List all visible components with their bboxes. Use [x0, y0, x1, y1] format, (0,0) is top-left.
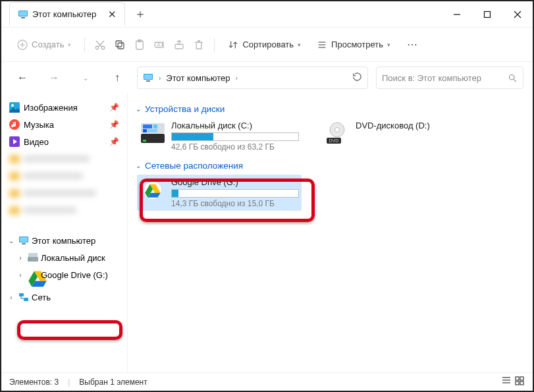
- content-area: ⌄ Устройства и диски Локальный диск (C:)…: [128, 94, 533, 372]
- chevron-right-icon[interactable]: ›: [16, 271, 25, 279]
- svg-rect-48: [153, 125, 157, 128]
- chevron-right-icon: ›: [236, 74, 238, 82]
- create-button[interactable]: Создать ▾: [11, 34, 78, 56]
- svg-rect-12: [118, 43, 124, 49]
- copy-button[interactable]: [111, 36, 128, 53]
- drive-name: Google Drive (G:): [171, 177, 299, 187]
- tree-label: Локальный диск: [41, 253, 105, 263]
- tab-close-button[interactable]: ✕: [108, 9, 117, 20]
- back-button[interactable]: ←: [11, 66, 34, 90]
- minimize-button[interactable]: [442, 2, 472, 27]
- drive-google-g[interactable]: Google Drive (G:) 14,3 ГБ свободно из 15…: [137, 175, 302, 211]
- search-icon: [508, 73, 518, 83]
- chevron-down-icon: ⌄: [136, 105, 141, 113]
- plus-circle-icon: [17, 40, 28, 50]
- forward-button[interactable]: →: [42, 66, 66, 90]
- svg-rect-13: [116, 41, 122, 47]
- capacity-bar: [171, 132, 299, 141]
- view-button[interactable]: Просмотреть ▾: [310, 34, 397, 56]
- chevron-right-icon[interactable]: ›: [7, 294, 16, 301]
- sidebar-item-blurred[interactable]: [4, 167, 124, 184]
- share-button[interactable]: [171, 36, 188, 53]
- svg-rect-38: [29, 259, 31, 260]
- svg-rect-1: [19, 11, 27, 16]
- search-placeholder: Поиск в: Этот компьютер: [382, 73, 508, 83]
- rename-button[interactable]: A: [151, 36, 168, 53]
- tree-network[interactable]: › Сеть: [4, 289, 124, 306]
- chevron-down-icon[interactable]: ⌄: [7, 237, 16, 244]
- drive-icon: [28, 253, 38, 262]
- group-devices[interactable]: ⌄ Устройства и диски: [136, 104, 523, 114]
- svg-rect-50: [147, 129, 157, 132]
- group-label: Сетевые расположения: [145, 161, 243, 171]
- paste-button[interactable]: [131, 36, 148, 53]
- svg-line-27: [514, 79, 516, 82]
- search-input[interactable]: Поиск в: Этот компьютер: [376, 67, 523, 89]
- chevron-down-icon: ⌄: [136, 162, 141, 169]
- sidebar-item-blurred[interactable]: [4, 184, 124, 202]
- address-bar[interactable]: › Этот компьютер ›: [137, 67, 368, 89]
- drive-local-c[interactable]: Локальный диск (C:) 42,6 ГБ свободно из …: [137, 118, 302, 154]
- this-pc-icon: [143, 72, 153, 83]
- svg-point-11: [102, 46, 105, 49]
- sidebar-item-images[interactable]: Изображения 📌: [4, 99, 124, 116]
- sidebar-item-blurred[interactable]: [4, 150, 124, 167]
- recent-dropdown[interactable]: ⌄: [74, 66, 97, 90]
- drive-dvd-d[interactable]: DVD DVD-дисковод (D:): [321, 118, 453, 154]
- svg-rect-2: [21, 17, 25, 18]
- dvd-drive-icon: DVD: [324, 121, 350, 147]
- this-pc-icon: [18, 9, 28, 20]
- sidebar-item-video[interactable]: Видео 📌: [4, 133, 124, 150]
- more-button[interactable]: ⋯: [404, 36, 421, 53]
- group-network[interactable]: ⌄ Сетевые расположения: [136, 161, 523, 171]
- this-pc-icon: [18, 235, 29, 246]
- tree-label: Google Drive (G:): [41, 270, 108, 280]
- svg-rect-35: [22, 243, 26, 244]
- svg-rect-63: [520, 377, 523, 380]
- tree-this-pc[interactable]: ⌄ Этот компьютер: [4, 232, 124, 249]
- sidebar: Изображения 📌 Музыка 📌 Видео 📌 ⌄: [1, 94, 128, 372]
- details-view-button[interactable]: [501, 376, 512, 388]
- drive-free-text: 42,6 ГБ свободно из 63,2 ГБ: [171, 142, 299, 152]
- capacity-bar: [171, 189, 299, 198]
- sidebar-item-music[interactable]: Музыка 📌: [4, 116, 124, 133]
- sort-button[interactable]: Сортировать ▾: [221, 34, 307, 56]
- tab-this-pc[interactable]: Этот компьютер ✕: [9, 2, 125, 26]
- svg-point-52: [335, 128, 340, 132]
- status-selected-count: Выбран 1 элемент: [79, 378, 147, 387]
- tab-label: Этот компьютер: [32, 9, 96, 19]
- new-tab-button[interactable]: ＋: [129, 3, 151, 25]
- svg-text:DVD: DVD: [329, 138, 339, 143]
- svg-rect-49: [143, 129, 147, 132]
- svg-point-29: [11, 104, 14, 107]
- chevron-right-icon[interactable]: ›: [16, 254, 25, 262]
- address-row: ← → ⌄ ↑ › Этот компьютер › Поиск в: Этот…: [1, 62, 533, 94]
- svg-rect-64: [516, 381, 519, 385]
- close-window-button[interactable]: [502, 2, 533, 27]
- svg-rect-25: [146, 80, 150, 82]
- large-icons-view-button[interactable]: [514, 376, 525, 388]
- cut-button[interactable]: [92, 36, 109, 53]
- group-label: Устройства и диски: [145, 104, 225, 114]
- tree-google-drive[interactable]: › Google Drive (G:): [4, 266, 124, 283]
- sidebar-item-blurred[interactable]: [4, 202, 124, 219]
- titlebar: Этот компьютер ✕ ＋: [1, 1, 533, 28]
- tree-local-disk[interactable]: › Локальный диск: [4, 249, 124, 266]
- pin-icon: 📌: [109, 120, 119, 129]
- chevron-right-icon: ›: [159, 74, 161, 82]
- network-icon: [18, 292, 29, 302]
- video-icon: [9, 136, 20, 147]
- svg-rect-65: [520, 381, 523, 385]
- breadcrumb-this-pc[interactable]: Этот компьютер: [166, 73, 230, 83]
- maximize-button[interactable]: [472, 2, 502, 27]
- up-button[interactable]: ↑: [105, 66, 129, 90]
- status-bar: Элементов: 3 | Выбран 1 элемент: [1, 372, 533, 391]
- drive-name: Локальный диск (C:): [171, 121, 299, 130]
- refresh-button[interactable]: [352, 72, 362, 84]
- delete-button[interactable]: [190, 36, 207, 53]
- drive-name: DVD-дисковод (D:): [356, 121, 450, 130]
- svg-text:A: A: [157, 42, 161, 47]
- tree-label: Сеть: [32, 293, 51, 302]
- music-icon: [9, 119, 20, 130]
- pin-icon: 📌: [109, 137, 119, 146]
